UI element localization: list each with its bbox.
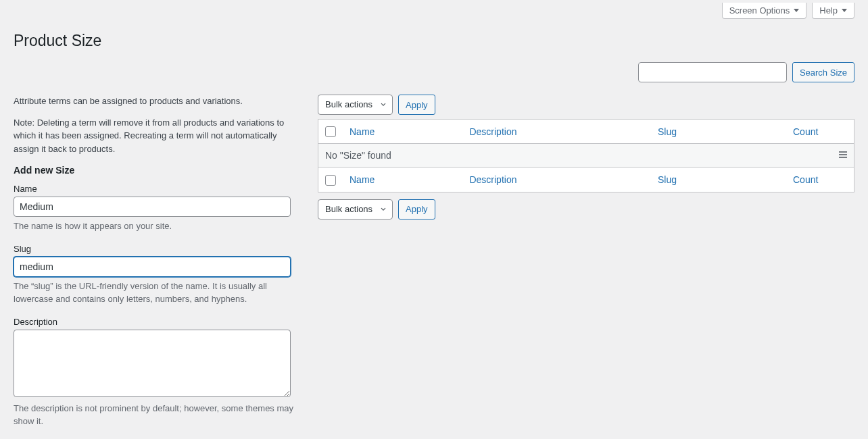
slug-description: The “slug” is the URL-friendly version o… xyxy=(14,280,304,306)
search-input[interactable] xyxy=(638,62,787,82)
terms-table: Name Description Slug Count No "Size" fo… xyxy=(318,119,854,192)
column-header-slug[interactable]: Slug xyxy=(658,126,677,137)
column-header-count[interactable]: Count xyxy=(793,126,818,137)
column-footer-count[interactable]: Count xyxy=(793,174,818,185)
select-all-checkbox-bottom[interactable] xyxy=(325,175,336,186)
slug-label: Slug xyxy=(14,244,304,254)
page-title: Product Size xyxy=(14,26,854,53)
column-footer-description[interactable]: Description xyxy=(469,174,516,185)
description-label: Description xyxy=(14,317,304,327)
name-label: Name xyxy=(14,184,304,194)
intro-text-2: Note: Deleting a term will remove it fro… xyxy=(14,116,304,156)
intro-text-1: Attribute terms can be assigned to produ… xyxy=(14,95,304,108)
select-all-checkbox-top[interactable] xyxy=(325,126,336,137)
column-header-name[interactable]: Name xyxy=(349,126,375,137)
menu-icon xyxy=(839,150,847,159)
description-description: The description is not prominent by defa… xyxy=(14,402,304,428)
column-header-description[interactable]: Description xyxy=(469,126,516,137)
add-new-heading: Add new Size xyxy=(14,165,304,176)
description-textarea[interactable] xyxy=(14,330,291,397)
empty-state-text: No "Size" found xyxy=(325,150,391,161)
help-toggle[interactable]: Help xyxy=(812,3,854,19)
apply-button-top[interactable]: Apply xyxy=(398,95,435,115)
help-label: Help xyxy=(819,5,838,16)
column-footer-slug[interactable]: Slug xyxy=(658,174,677,185)
bulk-actions-select-bottom[interactable]: Bulk actions xyxy=(318,199,393,220)
column-footer-name[interactable]: Name xyxy=(349,174,375,185)
apply-button-bottom[interactable]: Apply xyxy=(398,199,435,220)
name-description: The name is how it appears on your site. xyxy=(14,220,304,233)
name-input[interactable] xyxy=(14,197,291,217)
caret-down-icon xyxy=(842,9,847,12)
screen-options-label: Screen Options xyxy=(729,5,790,16)
bulk-actions-select-top[interactable]: Bulk actions xyxy=(318,95,393,115)
search-button[interactable]: Search Size xyxy=(792,62,854,82)
screen-options-toggle[interactable]: Screen Options xyxy=(722,3,807,19)
slug-input[interactable] xyxy=(14,257,291,277)
caret-down-icon xyxy=(794,9,799,12)
